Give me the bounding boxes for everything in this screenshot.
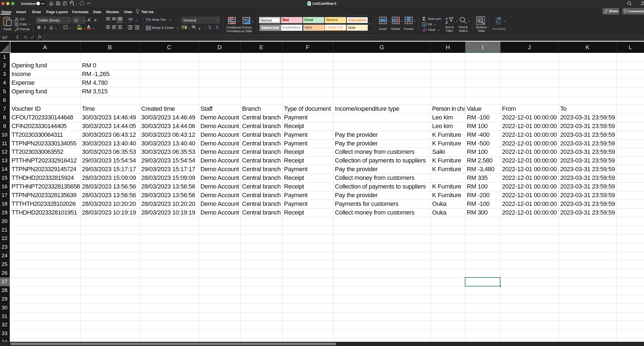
svg-text:0: 0 (210, 25, 211, 27)
svg-text:c: c (146, 20, 147, 22)
svg-text:A: A (446, 17, 448, 21)
svg-text:0: 0 (217, 27, 219, 29)
svg-text:.00: .00 (216, 25, 219, 27)
svg-text:.00: .00 (209, 27, 211, 29)
svg-text:Z: Z (446, 21, 448, 24)
svg-text:ab: ab (128, 17, 131, 20)
